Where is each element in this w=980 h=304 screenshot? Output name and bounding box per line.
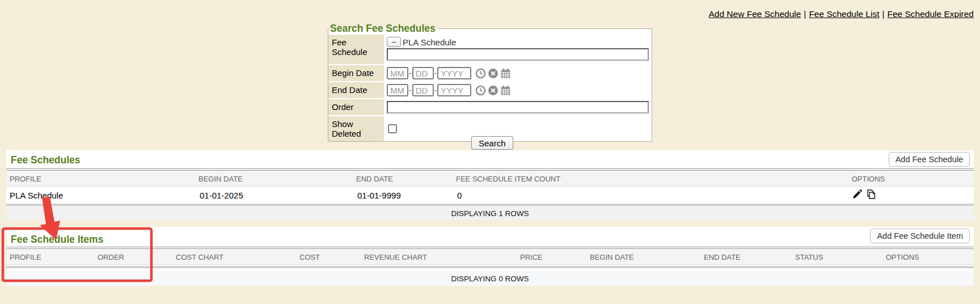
clock-icon[interactable] [475,85,486,96]
copy-icon[interactable] [865,189,877,200]
fee-schedule-items-section: Fee Schedule Items Add Fee Schedule Item… [6,227,974,286]
row-separator [6,266,974,268]
col-end-date: END DATE [356,175,393,183]
show-deleted-label: Show Deleted [328,116,384,141]
clock-icon[interactable] [475,68,486,79]
fee-schedules-footer: DISPLAYING 1 ROWS [6,206,974,221]
edit-icon[interactable] [851,189,863,200]
col-item-count: FEE SCHEDULE ITEM COUNT [456,175,560,183]
date-dash: - [434,86,437,95]
fee-schedule-expired-link[interactable]: Fee Schedule Expired [887,9,974,19]
fee-schedules-section: Fee Schedules Add Fee Schedule PROFILE B… [6,150,974,221]
col-options: OPTIONS [886,253,919,261]
end-date-month-input[interactable] [387,84,408,96]
col-cost-chart: COST CHART [176,253,223,261]
date-dash: - [409,69,412,78]
end-date-day-input[interactable] [412,84,434,96]
fee-schedule-items-header-row: PROFILE ORDER COST CHART COST REVENUE CH… [6,250,974,265]
search-fee-schedules-panel: Search Fee Schedules Fee Schedule – PLA … [328,23,652,142]
calendar-icon[interactable] [500,85,511,96]
col-cost: COST [299,253,320,261]
col-price: PRICE [520,253,543,261]
col-profile: PROFILE [10,253,41,261]
add-fee-schedule-button[interactable]: Add Fee Schedule [889,152,970,167]
date-dash: - [434,69,437,78]
top-nav: Add New Fee Schedule|Fee Schedule List|F… [708,9,974,19]
show-deleted-checkbox[interactable] [388,124,397,133]
fee-schedule-list-link[interactable]: Fee Schedule List [809,9,879,19]
fee-schedule-input[interactable] [387,48,649,61]
date-dash: - [409,86,412,95]
section-divider [6,168,974,171]
fee-schedule-label: Fee Schedule [328,35,384,64]
col-begin-date: BEGIN DATE [198,175,243,183]
end-date-label: End Date [328,82,384,98]
begin-date-month-input[interactable] [387,67,408,79]
cell-begin-date: 01-01-2025 [200,191,243,200]
end-date-year-input[interactable] [437,84,471,96]
col-options: OPTIONS [823,175,914,183]
col-revenue-chart: REVENUE CHART [364,253,427,261]
clear-date-icon[interactable] [488,85,499,96]
order-input[interactable] [387,101,649,113]
link-separator: | [882,9,884,19]
begin-date-year-input[interactable] [437,67,471,79]
cell-profile: PLA Schedule [10,191,63,200]
order-label: Order [328,99,384,115]
link-separator: | [804,9,806,19]
tree-item-pla-schedule[interactable]: PLA Schedule [403,37,456,47]
calendar-icon[interactable] [500,68,511,79]
fee-schedules-title: Fee Schedules [11,154,81,166]
cell-end-date: 01-01-9999 [357,191,401,200]
search-button[interactable]: Search [471,136,513,150]
col-end-date: END DATE [704,253,741,261]
begin-date-label: Begin Date [328,65,384,81]
clear-date-icon[interactable] [488,68,499,79]
tree-collapse-button[interactable]: – [387,37,401,47]
fee-schedule-table-row: PLA Schedule 01-01-2025 01-01-9999 0 [6,187,974,204]
cell-item-count: 0 [457,191,462,200]
col-begin-date: BEGIN DATE [590,253,634,261]
col-order: ORDER [98,253,124,261]
add-fee-schedule-item-button[interactable]: Add Fee Schedule Item [870,229,970,243]
col-status: STATUS [795,253,823,261]
add-new-fee-schedule-link[interactable]: Add New Fee Schedule [708,9,801,19]
section-divider [6,247,974,249]
fee-schedules-header-row: PROFILE BEGIN DATE END DATE FEE SCHEDULE… [6,171,974,187]
col-profile: PROFILE [10,175,41,183]
fee-schedule-items-title: Fee Schedule Items [11,234,103,246]
search-panel-title: Search Fee Schedules [330,23,438,35]
fee-schedule-items-footer: DISPLAYING 0 ROWS [6,271,974,286]
begin-date-day-input[interactable] [412,67,434,79]
row-options [851,189,877,200]
